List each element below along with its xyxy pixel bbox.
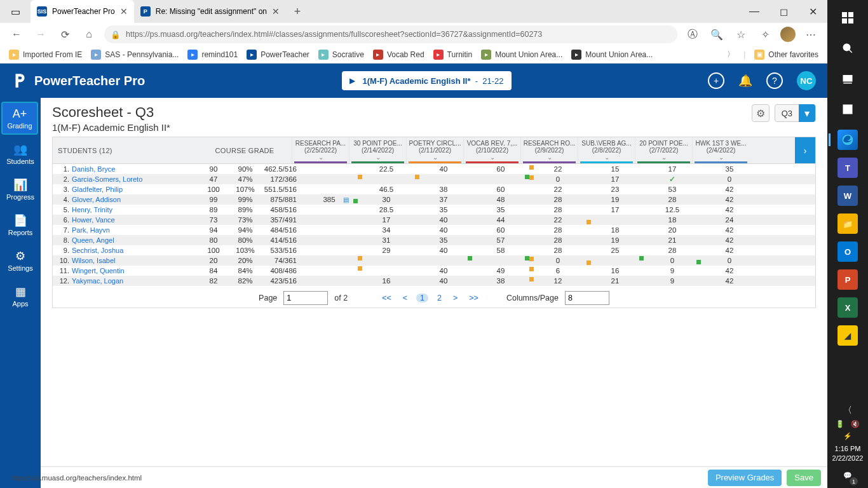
- tab-actions-icon[interactable]: ▭: [0, 0, 31, 23]
- score-cell[interactable]: 22: [529, 165, 587, 173]
- percent-cell[interactable]: 103%: [229, 247, 261, 254]
- score-cell[interactable]: 17: [587, 206, 644, 214]
- scroll-right-button[interactable]: ›: [795, 137, 815, 163]
- bookmarks-overflow-icon[interactable]: 〉: [727, 49, 735, 60]
- score-cell[interactable]: ✓: [644, 175, 701, 184]
- score-cell[interactable]: 22: [529, 216, 587, 224]
- student-name[interactable]: 11.Wingert, Quentin: [53, 267, 198, 274]
- score-cell[interactable]: 46.5: [358, 186, 415, 193]
- score-cell[interactable]: 42: [701, 267, 758, 274]
- student-name[interactable]: 7.Park, Hayvn: [53, 226, 198, 234]
- score-cell[interactable]: 12: [529, 277, 587, 285]
- rail-item-settings[interactable]: ⚙Settings: [0, 243, 41, 278]
- taskbar-clock[interactable]: 1:16 PM 2/22/2022: [832, 444, 864, 463]
- score-cell[interactable]: ▤385: [301, 196, 358, 203]
- taskbar-app-teams[interactable]: T: [837, 158, 858, 178]
- home-icon[interactable]: ⌂: [80, 25, 98, 43]
- collections-icon[interactable]: ✧: [756, 25, 774, 43]
- create-button[interactable]: +: [708, 72, 724, 89]
- grade-cell[interactable]: 47: [198, 175, 229, 183]
- score-cell[interactable]: 18: [587, 226, 644, 234]
- read-aloud-icon[interactable]: Ⓐ: [684, 25, 702, 43]
- grade-cell[interactable]: 100: [198, 186, 229, 193]
- bookmark-item[interactable]: ▸Socrative: [318, 50, 364, 60]
- score-cell[interactable]: 17: [644, 165, 701, 173]
- score-cell[interactable]: 31: [358, 236, 415, 244]
- score-cell[interactable]: 42: [701, 277, 758, 285]
- next-page-button[interactable]: >: [451, 294, 460, 302]
- student-name[interactable]: 8.Queen, Angel: [53, 236, 198, 244]
- points-cell[interactable]: 551.5/516: [261, 186, 301, 193]
- student-name[interactable]: 5.Henry, Trinity: [53, 206, 198, 214]
- percent-cell[interactable]: 20%: [229, 257, 261, 264]
- grade-cell[interactable]: 84: [198, 267, 229, 274]
- volume-icon[interactable]: 🔇: [851, 420, 860, 428]
- points-cell[interactable]: 357/491: [261, 216, 301, 224]
- score-cell[interactable]: 19: [587, 236, 644, 244]
- student-name[interactable]: 2.Garcia-Somers, Loreto: [53, 175, 198, 183]
- student-name[interactable]: 9.Sechrist, Joshua: [53, 247, 198, 254]
- score-cell[interactable]: 60: [472, 186, 529, 193]
- score-cell[interactable]: 28: [529, 247, 587, 254]
- assignment-header[interactable]: VOCAB REV. 7,...(2/10/2022)⌄: [463, 137, 520, 163]
- gear-button[interactable]: ⚙: [752, 104, 770, 122]
- battery-icon[interactable]: 🔋: [836, 420, 844, 428]
- score-cell[interactable]: 6: [529, 267, 587, 274]
- taskbar-app-explorer[interactable]: 📁: [837, 214, 858, 234]
- points-cell[interactable]: 875/881: [261, 196, 301, 203]
- score-cell[interactable]: 57: [472, 236, 529, 244]
- network-icon[interactable]: ⚡: [843, 432, 852, 440]
- new-tab-button[interactable]: +: [286, 0, 309, 23]
- maximize-icon[interactable]: ◻: [769, 0, 798, 23]
- score-cell[interactable]: 16: [587, 267, 644, 274]
- percent-cell[interactable]: 47%: [229, 175, 261, 183]
- assignment-header[interactable]: 20 POINT POE...(2/7/2022)⌄: [635, 137, 692, 163]
- taskbar-app-excel[interactable]: X: [837, 297, 858, 318]
- students-header[interactable]: STUDENTS (12): [53, 137, 198, 163]
- score-cell[interactable]: 22: [529, 186, 587, 193]
- score-cell[interactable]: 58: [472, 247, 529, 254]
- score-cell[interactable]: 37: [415, 196, 472, 203]
- student-name[interactable]: 6.Hower, Vance: [53, 216, 198, 224]
- term-picker[interactable]: Q3 ▾: [775, 104, 816, 122]
- student-name[interactable]: 1.Danish, Bryce: [53, 165, 198, 173]
- bookmark-item[interactable]: ▸Imported From IE: [9, 50, 82, 60]
- taskbar-app-word[interactable]: W: [837, 186, 858, 206]
- score-cell[interactable]: 38: [415, 186, 472, 193]
- prev-page-button[interactable]: <: [400, 294, 410, 302]
- assignment-header[interactable]: 30 POINT POE...(2/14/2022)⌄: [349, 137, 406, 163]
- bookmark-item[interactable]: ▸SAS - Pennsylvania...: [91, 50, 179, 60]
- search-icon[interactable]: [835, 36, 860, 61]
- score-cell[interactable]: 0: [701, 257, 758, 264]
- points-cell[interactable]: 533/516: [261, 247, 301, 254]
- score-cell[interactable]: 40: [415, 226, 472, 234]
- assignment-header[interactable]: RESEARCH RO...(2/9/2022)⌄: [520, 137, 578, 163]
- score-cell[interactable]: 44: [472, 216, 529, 224]
- grade-cell[interactable]: 94: [198, 226, 229, 234]
- user-avatar[interactable]: NC: [797, 71, 816, 90]
- score-cell[interactable]: 29: [358, 247, 415, 254]
- bookmark-item[interactable]: ▸Turnitin: [433, 50, 473, 60]
- score-cell[interactable]: 28: [529, 196, 587, 203]
- browser-tab-1[interactable]: P Re: Missing "edit assignment" on ✕: [134, 0, 286, 23]
- score-cell[interactable]: 28: [529, 206, 587, 214]
- score-cell[interactable]: 28: [529, 236, 587, 244]
- points-cell[interactable]: 484/516: [261, 226, 301, 234]
- score-cell[interactable]: 28: [529, 226, 587, 234]
- assignment-header[interactable]: POETRY CIRCL...(2/11/2022)⌄: [406, 137, 463, 163]
- student-name[interactable]: 3.Gladfelter, Philip: [53, 186, 198, 193]
- score-cell[interactable]: 0: [529, 175, 587, 183]
- bookmark-item[interactable]: ▸remind101: [187, 50, 238, 60]
- close-icon[interactable]: ✕: [120, 6, 128, 17]
- save-button[interactable]: Save: [787, 470, 821, 486]
- start-icon[interactable]: [835, 5, 860, 30]
- page-1-button[interactable]: 1: [416, 294, 428, 302]
- score-cell[interactable]: 18: [644, 216, 701, 224]
- course-grade-header[interactable]: COURSE GRADE: [198, 137, 292, 163]
- grade-cell[interactable]: 80: [198, 236, 229, 244]
- score-cell[interactable]: 49: [472, 267, 529, 274]
- points-cell[interactable]: 408/486: [261, 267, 301, 274]
- points-cell[interactable]: 74/361: [261, 257, 301, 264]
- score-cell[interactable]: 42: [701, 186, 758, 193]
- score-cell[interactable]: 17: [358, 216, 415, 224]
